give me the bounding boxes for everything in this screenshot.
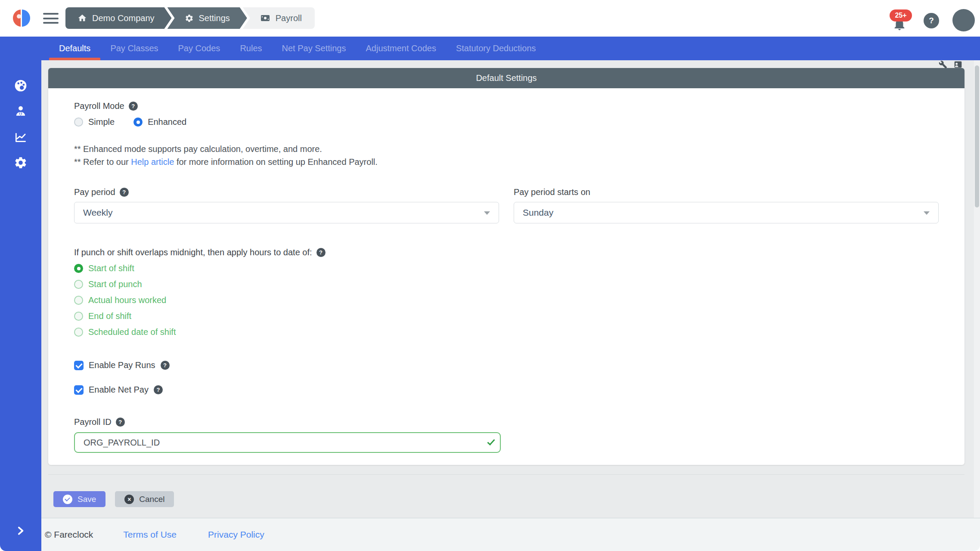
help-button[interactable]: ? [924, 13, 939, 28]
gear-icon [14, 156, 28, 170]
person-icon [14, 104, 28, 118]
radio-actual-hours-worked[interactable]: Actual hours worked [74, 295, 939, 305]
radio-simple[interactable]: Simple [74, 117, 115, 127]
tab-pay-codes[interactable]: Pay Codes [168, 37, 230, 60]
check-circle-icon [63, 495, 72, 504]
radio-start-of-shift[interactable]: Start of shift [74, 263, 939, 273]
checkbox-checked-icon [74, 361, 84, 370]
midnight-rule-options: Start of shift Start of punch Actual hou… [74, 263, 939, 337]
pay-period-starts-on-field: Pay period starts on Sunday [514, 187, 939, 223]
pay-period-starts-on-label: Pay period starts on [514, 187, 590, 197]
copyright-text: © Fareclock [45, 529, 93, 540]
default-settings-card: Default Settings Payroll Mode ? Simple E… [48, 68, 964, 465]
wrench-icon[interactable] [939, 60, 947, 69]
save-button[interactable]: Save [53, 491, 105, 507]
sidebar [0, 37, 41, 551]
scrollbar-thumb[interactable] [975, 65, 979, 207]
payroll-id-label-row: Payroll ID ? [74, 417, 939, 427]
radio-icon [74, 296, 83, 305]
radio-enhanced[interactable]: Enhanced [133, 117, 186, 127]
pay-period-label: Pay period [74, 187, 115, 197]
card-body: Payroll Mode ? Simple Enhanced ** Enhanc [48, 88, 964, 465]
enhanced-mode-notes: ** Enhanced mode supports pay calculatio… [74, 142, 939, 168]
fareclock-logo-icon[interactable] [13, 9, 30, 27]
enable-pay-runs-help-icon[interactable]: ? [161, 361, 170, 370]
sidebar-expand-button[interactable] [15, 524, 26, 539]
sidebar-item-reports[interactable] [14, 130, 28, 144]
note-line-1: ** Enhanced mode supports pay calculatio… [74, 142, 939, 155]
gear-icon [185, 14, 194, 23]
chevron-down-icon [484, 211, 490, 215]
radio-selected-icon [74, 264, 83, 273]
palette-icon [14, 79, 28, 93]
tab-pay-classes[interactable]: Pay Classes [100, 37, 168, 60]
payroll-settings-tabbar: Defaults Pay Classes Pay Codes Rules Net… [41, 37, 980, 60]
payroll-id-input[interactable] [74, 432, 501, 453]
terms-of-use-link[interactable]: Terms of Use [123, 529, 177, 540]
radio-start-of-punch[interactable]: Start of punch [74, 279, 939, 289]
radio-selected-icon [133, 118, 143, 127]
payroll-mode-label-row: Payroll Mode ? [74, 101, 939, 111]
breadcrumb-payroll[interactable]: Payroll [243, 7, 315, 29]
breadcrumb-label: Demo Company [92, 13, 155, 23]
footer: © Fareclock Terms of Use Privacy Policy [41, 518, 980, 551]
payroll-id-input-wrap [74, 432, 501, 453]
radio-icon [74, 328, 83, 337]
user-avatar[interactable] [952, 9, 975, 31]
cancel-button[interactable]: × Cancel [115, 491, 174, 507]
checkbox-checked-icon [74, 385, 84, 395]
tab-rules[interactable]: Rules [230, 37, 272, 60]
home-icon [78, 13, 87, 23]
payroll-mode-help-icon[interactable]: ? [129, 102, 138, 111]
hamburger-menu-icon[interactable] [43, 13, 59, 24]
sidebar-item-settings[interactable] [14, 156, 28, 170]
radio-scheduled-date-of-shift[interactable]: Scheduled date of shift [74, 327, 939, 337]
pay-period-value: Weekly [83, 207, 112, 218]
payroll-money-icon [260, 13, 270, 23]
enable-net-pay-help-icon[interactable]: ? [154, 385, 163, 394]
sidebar-item-people[interactable] [14, 104, 28, 118]
actions-divider [48, 474, 964, 475]
pay-period-help-icon[interactable]: ? [120, 188, 129, 197]
tab-statutory-deductions[interactable]: Statutory Deductions [446, 37, 546, 60]
close-circle-icon: × [124, 495, 134, 504]
active-tab-underline [49, 58, 100, 60]
enable-net-pay-checkbox[interactable]: Enable Net Pay ? [74, 385, 939, 395]
topbar: Demo Company Settings Payroll 25+ ? [0, 0, 980, 37]
pay-period-starts-on-select[interactable]: Sunday [514, 202, 939, 223]
midnight-rule-label-row: If punch or shift overlaps midnight, the… [74, 248, 939, 257]
app-screen: Demo Company Settings Payroll 25+ ? [0, 0, 980, 551]
pay-period-starts-on-value: Sunday [523, 207, 553, 218]
radio-icon [74, 118, 83, 127]
line-chart-icon [14, 130, 28, 144]
id-card-icon[interactable] [953, 60, 963, 69]
breadcrumb-settings[interactable]: Settings [167, 7, 247, 29]
radio-end-of-shift[interactable]: End of shift [74, 311, 939, 321]
midnight-rule-help-icon[interactable]: ? [316, 248, 326, 257]
sidebar-item-dashboard[interactable] [14, 79, 28, 93]
card-title: Default Settings [48, 68, 964, 88]
payroll-id-label: Payroll ID [74, 417, 112, 427]
privacy-policy-link[interactable]: Privacy Policy [208, 529, 264, 540]
chevron-right-icon [15, 524, 26, 537]
note-line-2: ** Refer to our Help article for more in… [74, 155, 939, 168]
notification-count-badge: 25+ [890, 9, 912, 22]
chevron-down-icon [924, 211, 930, 215]
card-toolbar [939, 60, 963, 69]
tab-defaults[interactable]: Defaults [49, 37, 100, 60]
breadcrumb: Demo Company Settings Payroll [65, 7, 315, 29]
pay-period-select[interactable]: Weekly [74, 202, 499, 223]
main-content: Default Settings Payroll Mode ? Simple E… [41, 60, 980, 518]
midnight-rule-label: If punch or shift overlaps midnight, the… [74, 248, 312, 257]
payroll-mode-label: Payroll Mode [74, 101, 124, 111]
breadcrumb-label: Payroll [276, 13, 302, 23]
scrollbar[interactable] [974, 60, 980, 518]
tab-adjustment-codes[interactable]: Adjustment Codes [356, 37, 446, 60]
payroll-mode-options: Simple Enhanced [74, 117, 939, 127]
breadcrumb-demo-company[interactable]: Demo Company [65, 7, 172, 29]
help-article-link[interactable]: Help article [131, 157, 174, 167]
radio-icon [74, 312, 83, 321]
enable-pay-runs-checkbox[interactable]: Enable Pay Runs ? [74, 360, 939, 370]
tab-net-pay-settings[interactable]: Net Pay Settings [272, 37, 356, 60]
payroll-id-help-icon[interactable]: ? [116, 418, 125, 427]
